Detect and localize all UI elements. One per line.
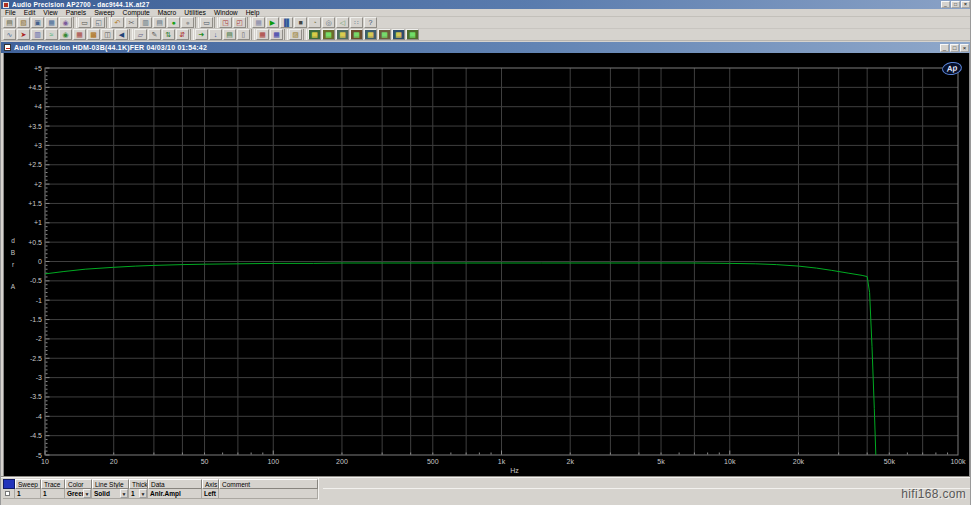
go-arrow-icon[interactable]: ➜ [195,29,208,40]
scope-panel-icon[interactable]: ∿ [3,29,16,40]
y-tick-label: -0.5 [30,277,42,284]
menu-item-help[interactable]: Help [242,9,264,16]
attach-folder-icon[interactable]: ▨ [289,29,302,40]
chevron-down-icon[interactable]: ▼ [120,489,128,498]
append-data-icon[interactable]: ↓ [209,29,222,40]
switcher-panel-icon[interactable]: ◫ [101,29,114,40]
undo-icon[interactable]: ↶ [111,17,124,28]
graph-data-icon[interactable]: ▤ [223,29,236,40]
copy-icon[interactable]: ▥ [139,17,152,28]
cut-icon[interactable]: ✂ [125,17,138,28]
trace-cell-color[interactable]: Green▼ [65,489,92,499]
panel-shortcut-7-icon[interactable]: ▦ [392,29,405,40]
column-header-color: Color [65,479,92,489]
menu-item-compute[interactable]: Compute [119,9,154,16]
stop-gray-icon[interactable]: ● [181,17,194,28]
play-icon[interactable]: ▶ [266,17,279,28]
menu-item-panels[interactable]: Panels [62,9,90,16]
panel-shortcut-5-icon[interactable]: ▦ [364,29,377,40]
paste-icon[interactable]: ▤ [153,17,166,28]
panel-shortcut-2-icon[interactable]: ▦ [322,29,335,40]
timer-icon[interactable]: ◔ [308,17,321,28]
trace-cell-thick[interactable]: 1▼ [129,489,148,499]
y-tick-label: +3 [34,142,42,149]
maximize-button[interactable]: □ [951,1,960,8]
panel-corner-chip [3,479,15,489]
panel-shortcut-3-icon[interactable]: ▦ [336,29,349,40]
sequence-red-icon[interactable]: ▦ [256,29,269,40]
page-setup-icon[interactable]: ▯ [237,29,250,40]
hide-panels-icon[interactable]: ◳ [219,17,232,28]
headphone-icon[interactable]: ◀ [115,29,128,40]
pencil-edit-icon[interactable]: ✎ [148,29,161,40]
dcx-panel-icon[interactable]: ▩ [87,29,100,40]
close-button[interactable]: × [961,1,970,8]
stop-icon[interactable]: ■ [294,17,307,28]
start-green-icon[interactable]: ● [167,17,180,28]
graph-minimize-button[interactable]: _ [940,44,949,52]
y-tick-label: +1.5 [28,200,42,207]
new-test-icon[interactable]: ▤ [3,17,16,28]
digital-io-panel-icon[interactable]: ▦ [73,29,86,40]
x-tick-label: 1k [498,458,506,465]
regulate-icon[interactable]: ⇅ [162,29,175,40]
chevron-down-icon[interactable]: ▼ [83,489,91,498]
column-header-axis: Axis [202,479,219,489]
data-editor-icon[interactable]: ▦ [252,17,265,28]
y-axis-label-char: r [12,261,15,268]
sequence-blue-icon[interactable]: ▦ [270,29,283,40]
help-pointer-icon[interactable]: ? [364,17,377,28]
y-tick-label: +4.5 [28,84,42,91]
printer-icon[interactable]: ▭ [200,17,213,28]
watermark-text: hifi168.com [901,487,966,501]
bargraph-panel-icon[interactable]: ▥ [31,29,44,40]
x-axis-label: Hz [510,467,519,474]
x-tick-label: 100k [950,458,966,465]
show-panels-icon[interactable]: ◰ [233,17,246,28]
menu-item-edit[interactable]: Edit [20,9,40,16]
export-graph-icon[interactable]: ◉ [59,17,72,28]
macro-icon[interactable]: ∷ [350,17,363,28]
menu-item-sweep[interactable]: Sweep [90,9,118,16]
open-test-icon[interactable]: ▧ [17,17,30,28]
row-checkbox[interactable] [5,491,10,496]
graph-maximize-button[interactable]: □ [950,44,959,52]
row-selector[interactable] [3,489,15,499]
y-tick-label: -2.5 [30,355,42,362]
generator-panel-icon[interactable]: ≈ [45,29,58,40]
main-window-title: Audio Precision AP2700 - dac9t44.1K.at27 [12,1,149,8]
settle-icon[interactable]: ⇵ [176,29,189,40]
chevron-down-icon[interactable]: ▼ [139,489,147,498]
menu-item-view[interactable]: View [39,9,61,16]
toolbar-separator [251,29,255,40]
save-data-icon[interactable]: ▦ [45,17,58,28]
trace-cell-line-style[interactable]: Solid▼ [92,489,129,499]
frequency-response-chart: +5+4.5+4+3.5+3+2.5+2+1.5+1+0.50-0.5-1-1.… [4,53,969,475]
y-tick-label: -4 [36,413,42,420]
print-preview-icon[interactable]: ◱ [92,17,105,28]
monitor-icon[interactable]: ◎ [322,17,335,28]
print-icon[interactable]: ▭ [78,17,91,28]
pause-icon[interactable]: ▐▌ [280,17,293,28]
y-tick-label: -1 [36,297,42,304]
panel-shortcut-1-icon[interactable]: ▦ [308,29,321,40]
menu-item-window[interactable]: Window [210,9,242,16]
graph-window-titlebar: Audio Precision HDM-03B(44.1K)FER 04/03/… [1,42,971,53]
sweep-cursor-icon[interactable]: ➤ [17,29,30,40]
panel-shortcut-6-icon[interactable]: ▦ [378,29,391,40]
panel-shortcut-8-icon[interactable]: ▦ [406,29,419,40]
toolbar-separator [190,29,194,40]
save-test-icon[interactable]: ▣ [31,17,44,28]
trace-cell-axis: Left [202,489,219,499]
menu-item-macro[interactable]: Macro [154,9,181,16]
menu-item-file[interactable]: File [1,9,20,16]
speaker-icon[interactable]: ◁ [336,17,349,28]
column-header-comment: Comment [219,479,318,489]
graph-close-button[interactable]: × [960,44,969,52]
meter-icon[interactable]: ▱ [134,29,147,40]
analyzer-panel-icon[interactable]: ◉ [59,29,72,40]
menu-item-utilities[interactable]: Utilities [180,9,210,16]
panel-shortcut-4-icon[interactable]: ▦ [350,29,363,40]
minimize-button[interactable]: _ [941,1,950,8]
column-header-sweep: Sweep [15,479,41,489]
